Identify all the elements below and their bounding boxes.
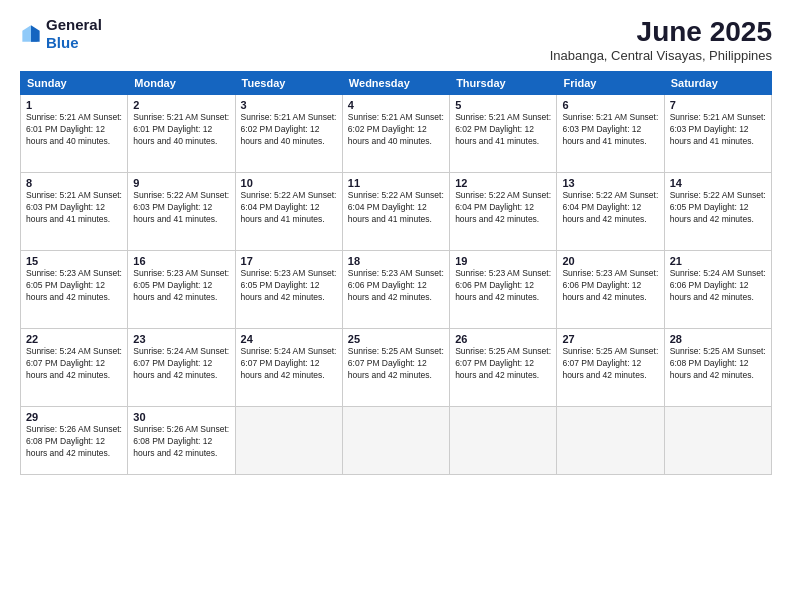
table-row: 10Sunrise: 5:22 AM Sunset: 6:04 PM Dayli…	[235, 173, 342, 251]
day-number: 11	[348, 177, 444, 189]
day-number: 20	[562, 255, 658, 267]
table-row: 19Sunrise: 5:23 AM Sunset: 6:06 PM Dayli…	[450, 251, 557, 329]
day-number: 10	[241, 177, 337, 189]
header-row: Sunday Monday Tuesday Wednesday Thursday…	[21, 72, 772, 95]
table-row: 14Sunrise: 5:22 AM Sunset: 6:05 PM Dayli…	[664, 173, 771, 251]
day-number: 26	[455, 333, 551, 345]
table-row: 9Sunrise: 5:22 AM Sunset: 6:03 PM Daylig…	[128, 173, 235, 251]
table-row: 18Sunrise: 5:23 AM Sunset: 6:06 PM Dayli…	[342, 251, 449, 329]
week-row: 1Sunrise: 5:21 AM Sunset: 6:01 PM Daylig…	[21, 95, 772, 173]
table-row: 7Sunrise: 5:21 AM Sunset: 6:03 PM Daylig…	[664, 95, 771, 173]
day-number: 23	[133, 333, 229, 345]
table-row: 25Sunrise: 5:25 AM Sunset: 6:07 PM Dayli…	[342, 329, 449, 407]
day-info: Sunrise: 5:24 AM Sunset: 6:06 PM Dayligh…	[670, 268, 766, 304]
day-info: Sunrise: 5:22 AM Sunset: 6:04 PM Dayligh…	[241, 190, 337, 226]
week-row: 29Sunrise: 5:26 AM Sunset: 6:08 PM Dayli…	[21, 407, 772, 475]
main-title: June 2025	[550, 16, 772, 48]
col-monday: Monday	[128, 72, 235, 95]
day-number: 28	[670, 333, 766, 345]
svg-marker-1	[22, 25, 31, 42]
day-number: 25	[348, 333, 444, 345]
day-number: 30	[133, 411, 229, 423]
col-sunday: Sunday	[21, 72, 128, 95]
day-info: Sunrise: 5:24 AM Sunset: 6:07 PM Dayligh…	[241, 346, 337, 382]
table-row: 3Sunrise: 5:21 AM Sunset: 6:02 PM Daylig…	[235, 95, 342, 173]
day-info: Sunrise: 5:23 AM Sunset: 6:06 PM Dayligh…	[455, 268, 551, 304]
day-info: Sunrise: 5:25 AM Sunset: 6:07 PM Dayligh…	[348, 346, 444, 382]
week-row: 15Sunrise: 5:23 AM Sunset: 6:05 PM Dayli…	[21, 251, 772, 329]
table-row: 15Sunrise: 5:23 AM Sunset: 6:05 PM Dayli…	[21, 251, 128, 329]
day-number: 12	[455, 177, 551, 189]
col-wednesday: Wednesday	[342, 72, 449, 95]
calendar-page: General Blue June 2025 Inabanga, Central…	[0, 0, 792, 612]
table-row: 2Sunrise: 5:21 AM Sunset: 6:01 PM Daylig…	[128, 95, 235, 173]
table-row: 13Sunrise: 5:22 AM Sunset: 6:04 PM Dayli…	[557, 173, 664, 251]
table-row: 12Sunrise: 5:22 AM Sunset: 6:04 PM Dayli…	[450, 173, 557, 251]
day-info: Sunrise: 5:22 AM Sunset: 6:04 PM Dayligh…	[348, 190, 444, 226]
subtitle: Inabanga, Central Visayas, Philippines	[550, 48, 772, 63]
table-row	[664, 407, 771, 475]
day-number: 22	[26, 333, 122, 345]
table-row: 16Sunrise: 5:23 AM Sunset: 6:05 PM Dayli…	[128, 251, 235, 329]
day-number: 2	[133, 99, 229, 111]
day-info: Sunrise: 5:22 AM Sunset: 6:03 PM Dayligh…	[133, 190, 229, 226]
title-section: June 2025 Inabanga, Central Visayas, Phi…	[550, 16, 772, 63]
day-info: Sunrise: 5:21 AM Sunset: 6:02 PM Dayligh…	[455, 112, 551, 148]
day-info: Sunrise: 5:26 AM Sunset: 6:08 PM Dayligh…	[26, 424, 122, 460]
week-row: 8Sunrise: 5:21 AM Sunset: 6:03 PM Daylig…	[21, 173, 772, 251]
day-number: 1	[26, 99, 122, 111]
table-row: 5Sunrise: 5:21 AM Sunset: 6:02 PM Daylig…	[450, 95, 557, 173]
day-number: 15	[26, 255, 122, 267]
table-row: 30Sunrise: 5:26 AM Sunset: 6:08 PM Dayli…	[128, 407, 235, 475]
day-info: Sunrise: 5:21 AM Sunset: 6:02 PM Dayligh…	[241, 112, 337, 148]
table-row	[235, 407, 342, 475]
day-info: Sunrise: 5:26 AM Sunset: 6:08 PM Dayligh…	[133, 424, 229, 460]
col-saturday: Saturday	[664, 72, 771, 95]
week-row: 22Sunrise: 5:24 AM Sunset: 6:07 PM Dayli…	[21, 329, 772, 407]
table-row: 6Sunrise: 5:21 AM Sunset: 6:03 PM Daylig…	[557, 95, 664, 173]
day-number: 9	[133, 177, 229, 189]
table-row: 26Sunrise: 5:25 AM Sunset: 6:07 PM Dayli…	[450, 329, 557, 407]
col-thursday: Thursday	[450, 72, 557, 95]
day-info: Sunrise: 5:23 AM Sunset: 6:06 PM Dayligh…	[348, 268, 444, 304]
table-row: 29Sunrise: 5:26 AM Sunset: 6:08 PM Dayli…	[21, 407, 128, 475]
calendar-table: Sunday Monday Tuesday Wednesday Thursday…	[20, 71, 772, 475]
day-info: Sunrise: 5:21 AM Sunset: 6:02 PM Dayligh…	[348, 112, 444, 148]
day-number: 16	[133, 255, 229, 267]
day-info: Sunrise: 5:21 AM Sunset: 6:01 PM Dayligh…	[26, 112, 122, 148]
day-number: 29	[26, 411, 122, 423]
day-number: 27	[562, 333, 658, 345]
day-number: 13	[562, 177, 658, 189]
day-number: 6	[562, 99, 658, 111]
day-info: Sunrise: 5:22 AM Sunset: 6:05 PM Dayligh…	[670, 190, 766, 226]
day-info: Sunrise: 5:21 AM Sunset: 6:03 PM Dayligh…	[670, 112, 766, 148]
day-number: 5	[455, 99, 551, 111]
day-info: Sunrise: 5:25 AM Sunset: 6:07 PM Dayligh…	[455, 346, 551, 382]
logo: General Blue	[20, 16, 102, 52]
table-row: 27Sunrise: 5:25 AM Sunset: 6:07 PM Dayli…	[557, 329, 664, 407]
day-info: Sunrise: 5:22 AM Sunset: 6:04 PM Dayligh…	[455, 190, 551, 226]
day-number: 7	[670, 99, 766, 111]
day-info: Sunrise: 5:24 AM Sunset: 6:07 PM Dayligh…	[133, 346, 229, 382]
table-row	[557, 407, 664, 475]
day-info: Sunrise: 5:21 AM Sunset: 6:03 PM Dayligh…	[26, 190, 122, 226]
logo-icon	[20, 23, 42, 45]
table-row	[450, 407, 557, 475]
day-info: Sunrise: 5:23 AM Sunset: 6:05 PM Dayligh…	[26, 268, 122, 304]
table-row: 17Sunrise: 5:23 AM Sunset: 6:05 PM Dayli…	[235, 251, 342, 329]
table-row: 8Sunrise: 5:21 AM Sunset: 6:03 PM Daylig…	[21, 173, 128, 251]
day-number: 14	[670, 177, 766, 189]
table-row: 11Sunrise: 5:22 AM Sunset: 6:04 PM Dayli…	[342, 173, 449, 251]
day-number: 3	[241, 99, 337, 111]
day-info: Sunrise: 5:25 AM Sunset: 6:08 PM Dayligh…	[670, 346, 766, 382]
table-row: 28Sunrise: 5:25 AM Sunset: 6:08 PM Dayli…	[664, 329, 771, 407]
table-row: 4Sunrise: 5:21 AM Sunset: 6:02 PM Daylig…	[342, 95, 449, 173]
day-number: 24	[241, 333, 337, 345]
col-friday: Friday	[557, 72, 664, 95]
day-info: Sunrise: 5:21 AM Sunset: 6:01 PM Dayligh…	[133, 112, 229, 148]
logo-general: General	[46, 16, 102, 33]
header: General Blue June 2025 Inabanga, Central…	[20, 16, 772, 63]
table-row: 21Sunrise: 5:24 AM Sunset: 6:06 PM Dayli…	[664, 251, 771, 329]
day-info: Sunrise: 5:23 AM Sunset: 6:05 PM Dayligh…	[133, 268, 229, 304]
day-info: Sunrise: 5:23 AM Sunset: 6:06 PM Dayligh…	[562, 268, 658, 304]
